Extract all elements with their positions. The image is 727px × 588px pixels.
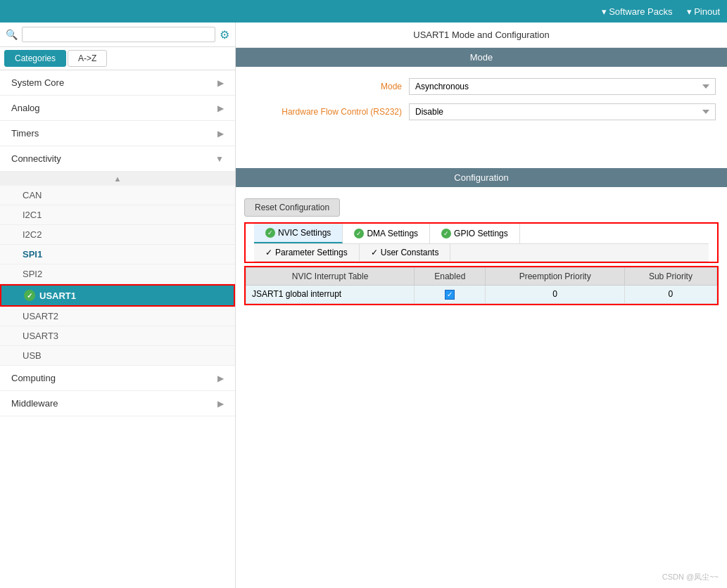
tab-nvic-label: NVIC Settings [278, 228, 331, 238]
tab-check-icon: ✓ [265, 228, 275, 238]
nvic-col-header-preemption: Preemption Priority [486, 268, 624, 286]
sub-item-spi1[interactable]: SPI1 [0, 245, 235, 264]
search-input[interactable] [22, 27, 215, 42]
sub-item-label: USART1 [39, 290, 76, 301]
tab-check-icon: ✓ [371, 248, 378, 257]
sidebar-item-computing[interactable]: Computing ▶ [0, 366, 235, 391]
chevron-right-icon: ▶ [217, 399, 224, 409]
nvic-row-sub: 0 [624, 286, 716, 304]
check-circle-icon: ✓ [24, 290, 35, 301]
sub-item-usart2[interactable]: USART2 [0, 307, 235, 326]
top-bar: ▾ Software Packs ▾ Pinout [0, 0, 727, 23]
tab-atoz[interactable]: A->Z [68, 50, 107, 67]
tab-dma-label: DMA Settings [367, 229, 418, 238]
chevron-down-icon: ▼ [215, 154, 224, 164]
chevron-right-icon: ▶ [217, 129, 224, 139]
tab-param-label: Parameter Settings [275, 248, 348, 257]
nvic-col-header-name: NVIC Interrupt Table [246, 268, 415, 286]
connectivity-sub-items: CAN I2C1 I2C2 SPI1 SPI2 ✓ USART1 USART2 … [0, 186, 235, 366]
config-tabs-row1: ✓ NVIC Settings ✓ DMA Settings ✓ GPIO Se… [254, 224, 709, 244]
hw-flow-label: Hardware Flow Control (RS232) [247, 107, 402, 117]
nvic-table-container: NVIC Interrupt Table Enabled Preemption … [244, 266, 719, 305]
table-row: JSART1 global interrupt ✓ 0 0 [246, 286, 717, 304]
sub-item-usart3[interactable]: USART3 [0, 326, 235, 346]
sidebar-item-system-core[interactable]: System Core ▶ [0, 70, 235, 96]
config-tabs-row2: ✓ Parameter Settings ✓ User Constants [254, 244, 709, 262]
sidebar-item-label: Computing [11, 373, 56, 383]
sub-item-spi2[interactable]: SPI2 [0, 264, 235, 284]
tab-user-constants[interactable]: ✓ User Constants [360, 244, 451, 261]
nvic-row-preemption: 0 [486, 286, 624, 304]
chevron-right-icon: ▶ [217, 373, 224, 383]
mode-field-row: Mode Asynchronous [247, 78, 716, 95]
sub-item-i2c1[interactable]: I2C1 [0, 205, 235, 225]
sidebar-item-middleware[interactable]: Middleware ▶ [0, 391, 235, 416]
reset-configuration-button[interactable]: Reset Configuration [244, 198, 340, 217]
nvic-col-header-enabled: Enabled [415, 268, 486, 286]
sidebar-item-timers[interactable]: Timers ▶ [0, 121, 235, 146]
hw-flow-field-row: Hardware Flow Control (RS232) Disable [247, 103, 716, 120]
tab-check-icon: ✓ [265, 248, 272, 257]
nvic-table: NVIC Interrupt Table Enabled Preemption … [246, 267, 717, 304]
sidebar-item-label: Middleware [11, 398, 58, 409]
tab-categories[interactable]: Categories [4, 50, 66, 67]
tab-dma-settings[interactable]: ✓ DMA Settings [343, 224, 430, 243]
main-layout: 🔍 ⚙ Categories A->Z System Core ▶ Analog… [0, 23, 727, 588]
mode-select[interactable]: Asynchronous [409, 78, 716, 95]
sidebar-item-analog[interactable]: Analog ▶ [0, 96, 235, 121]
spacer [236, 140, 727, 168]
content-area: USART1 Mode and Configuration Mode Mode … [236, 23, 727, 588]
sidebar-item-connectivity[interactable]: Connectivity ▼ [0, 146, 235, 172]
config-section-header: Configuration [236, 168, 727, 187]
search-icon: 🔍 [6, 29, 18, 40]
enabled-checkbox[interactable]: ✓ [445, 290, 455, 300]
sidebar-item-label: Analog [11, 103, 39, 113]
mode-label: Mode [247, 82, 402, 91]
tab-nvic-settings[interactable]: ✓ NVIC Settings [254, 224, 343, 243]
tab-user-label: User Constants [381, 248, 439, 257]
sub-item-usb[interactable]: USB [0, 346, 235, 366]
tab-parameter-settings[interactable]: ✓ Parameter Settings [254, 244, 360, 261]
pinout-menu[interactable]: ▾ Pinout [687, 6, 720, 17]
mode-section: Mode Asynchronous Hardware Flow Control … [236, 67, 727, 140]
tab-bar: Categories A->Z [0, 47, 235, 70]
search-bar: 🔍 ⚙ [0, 23, 235, 47]
watermark: CSDN @凤尘~~ [662, 572, 719, 582]
chevron-right-icon: ▶ [217, 103, 224, 113]
sub-item-usart1[interactable]: ✓ USART1 [0, 284, 235, 307]
software-packs-menu[interactable]: ▾ Software Packs [602, 6, 673, 17]
tab-gpio-settings[interactable]: ✓ GPIO Settings [430, 224, 520, 243]
mode-section-header: Mode [236, 48, 727, 67]
config-tabs-area: ✓ NVIC Settings ✓ DMA Settings ✓ GPIO Se… [244, 222, 719, 263]
tab-check-icon: ✓ [354, 229, 364, 238]
tab-check-icon: ✓ [441, 229, 451, 238]
nvic-row-name: JSART1 global interrupt [246, 286, 415, 304]
hw-flow-select[interactable]: Disable [409, 103, 716, 120]
sidebar-item-label: System Core [11, 77, 64, 88]
config-section: Reset Configuration ✓ NVIC Settings ✓ DM… [236, 193, 727, 311]
scroll-up-indicator: ▲ [0, 172, 235, 186]
nvic-row-enabled[interactable]: ✓ [415, 286, 486, 304]
sidebar: 🔍 ⚙ Categories A->Z System Core ▶ Analog… [0, 23, 236, 588]
content-title: USART1 Mode and Configuration [236, 23, 727, 48]
sub-item-i2c2[interactable]: I2C2 [0, 225, 235, 245]
tab-gpio-label: GPIO Settings [454, 229, 508, 238]
nvic-col-header-sub: Sub Priority [624, 268, 716, 286]
chevron-right-icon: ▶ [217, 78, 224, 88]
sub-item-can[interactable]: CAN [0, 186, 235, 205]
sidebar-item-label: Timers [11, 128, 39, 139]
settings-icon[interactable]: ⚙ [220, 28, 229, 41]
sidebar-item-label: Connectivity [11, 153, 61, 164]
